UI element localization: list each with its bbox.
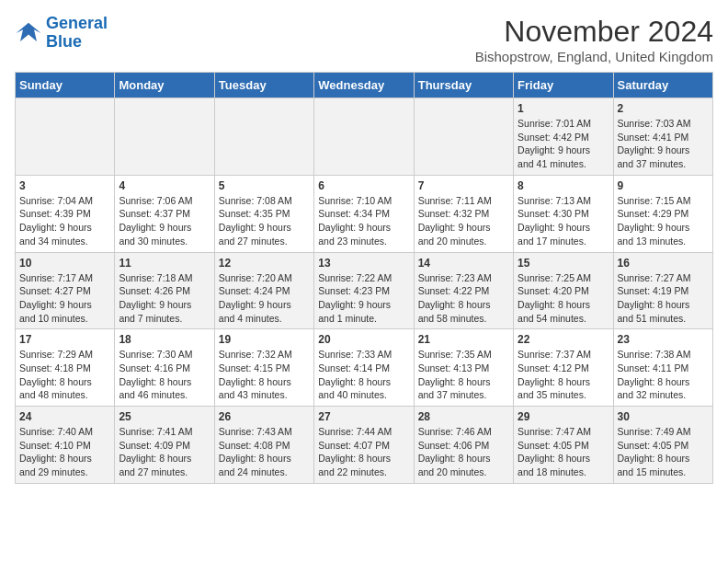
day-number: 18 [119,333,210,346]
day-info: Sunrise: 7:25 AM Sunset: 4:20 PM Dayligh… [518,271,609,326]
calendar-cell: 23Sunrise: 7:38 AM Sunset: 4:11 PM Dayli… [613,329,712,407]
logo-line1: General [46,14,108,32]
day-number: 2 [618,102,709,115]
day-number: 28 [418,410,509,423]
calendar-cell: 20Sunrise: 7:33 AM Sunset: 4:14 PM Dayli… [314,329,414,407]
calendar-cell: 18Sunrise: 7:30 AM Sunset: 4:16 PM Dayli… [115,329,214,407]
calendar-cell: 3Sunrise: 7:04 AM Sunset: 4:39 PM Daylig… [16,175,115,252]
calendar-cell: 2Sunrise: 7:03 AM Sunset: 4:41 PM Daylig… [613,98,712,176]
day-info: Sunrise: 7:03 AM Sunset: 4:41 PM Dayligh… [618,117,709,171]
day-info: Sunrise: 7:29 AM Sunset: 4:18 PM Dayligh… [19,348,110,402]
day-number: 9 [618,179,709,192]
logo-text: General Blue [46,15,108,52]
calendar-cell: 12Sunrise: 7:20 AM Sunset: 4:24 PM Dayli… [214,252,313,329]
day-number: 7 [418,179,509,192]
day-number: 1 [518,102,609,115]
day-number: 4 [119,179,210,192]
calendar-cell: 21Sunrise: 7:35 AM Sunset: 4:13 PM Dayli… [414,329,513,407]
weekday-header: Saturday [613,73,712,98]
day-info: Sunrise: 7:22 AM Sunset: 4:23 PM Dayligh… [318,271,409,326]
day-number: 3 [19,179,110,192]
weekday-header: Wednesday [314,73,414,98]
day-info: Sunrise: 7:15 AM Sunset: 4:29 PM Dayligh… [618,194,709,248]
calendar-cell: 24Sunrise: 7:40 AM Sunset: 4:10 PM Dayli… [16,407,115,484]
calendar-cell: 7Sunrise: 7:11 AM Sunset: 4:32 PM Daylig… [414,175,513,252]
day-info: Sunrise: 7:32 AM Sunset: 4:15 PM Dayligh… [219,348,310,402]
logo: General Blue [15,15,108,52]
calendar-table: SundayMondayTuesdayWednesdayThursdayFrid… [15,72,713,484]
calendar-week-row: 1Sunrise: 7:01 AM Sunset: 4:42 PM Daylig… [16,98,713,176]
logo-icon [15,19,42,47]
day-info: Sunrise: 7:06 AM Sunset: 4:37 PM Dayligh… [119,194,210,248]
calendar-cell [214,98,313,176]
logo-line2: Blue [46,32,82,51]
calendar-cell: 14Sunrise: 7:23 AM Sunset: 4:22 PM Dayli… [414,252,513,329]
day-number: 25 [119,410,210,423]
calendar-cell [414,98,513,176]
day-number: 26 [219,410,310,423]
calendar-cell: 8Sunrise: 7:13 AM Sunset: 4:30 PM Daylig… [514,175,613,252]
calendar-cell [314,98,414,176]
calendar-week-row: 3Sunrise: 7:04 AM Sunset: 4:39 PM Daylig… [16,175,713,252]
day-info: Sunrise: 7:38 AM Sunset: 4:11 PM Dayligh… [618,348,709,402]
day-info: Sunrise: 7:40 AM Sunset: 4:10 PM Dayligh… [19,425,110,479]
day-info: Sunrise: 7:08 AM Sunset: 4:35 PM Dayligh… [219,194,310,248]
day-info: Sunrise: 7:04 AM Sunset: 4:39 PM Dayligh… [19,194,110,248]
calendar-cell: 5Sunrise: 7:08 AM Sunset: 4:35 PM Daylig… [214,175,313,252]
day-number: 15 [518,257,609,270]
calendar-header: SundayMondayTuesdayWednesdayThursdayFrid… [16,73,713,98]
day-info: Sunrise: 7:41 AM Sunset: 4:09 PM Dayligh… [119,425,210,479]
day-number: 30 [618,410,709,423]
day-info: Sunrise: 7:35 AM Sunset: 4:13 PM Dayligh… [418,348,509,402]
day-number: 5 [219,179,310,192]
day-info: Sunrise: 7:44 AM Sunset: 4:07 PM Dayligh… [318,425,409,479]
day-number: 22 [518,333,609,346]
calendar-week-row: 17Sunrise: 7:29 AM Sunset: 4:18 PM Dayli… [16,329,713,407]
day-info: Sunrise: 7:01 AM Sunset: 4:42 PM Dayligh… [518,117,609,171]
calendar-cell: 26Sunrise: 7:43 AM Sunset: 4:08 PM Dayli… [214,407,313,484]
calendar-cell: 16Sunrise: 7:27 AM Sunset: 4:19 PM Dayli… [613,252,712,329]
day-number: 6 [318,179,409,192]
day-info: Sunrise: 7:18 AM Sunset: 4:26 PM Dayligh… [119,271,210,326]
day-info: Sunrise: 7:49 AM Sunset: 4:05 PM Dayligh… [618,425,709,479]
weekday-header: Monday [115,73,214,98]
day-info: Sunrise: 7:37 AM Sunset: 4:12 PM Dayligh… [518,348,609,402]
day-info: Sunrise: 7:47 AM Sunset: 4:05 PM Dayligh… [518,425,609,479]
calendar-cell: 10Sunrise: 7:17 AM Sunset: 4:27 PM Dayli… [16,252,115,329]
day-number: 24 [19,410,110,423]
svg-marker-0 [17,23,41,41]
calendar-cell: 15Sunrise: 7:25 AM Sunset: 4:20 PM Dayli… [514,252,613,329]
calendar-week-row: 10Sunrise: 7:17 AM Sunset: 4:27 PM Dayli… [16,252,713,329]
calendar-cell: 27Sunrise: 7:44 AM Sunset: 4:07 PM Dayli… [314,407,414,484]
day-info: Sunrise: 7:10 AM Sunset: 4:34 PM Dayligh… [318,194,409,248]
day-number: 16 [618,257,709,270]
day-number: 27 [318,410,409,423]
calendar-cell: 19Sunrise: 7:32 AM Sunset: 4:15 PM Dayli… [214,329,313,407]
calendar-cell [16,98,115,176]
day-info: Sunrise: 7:13 AM Sunset: 4:30 PM Dayligh… [518,194,609,248]
day-number: 8 [518,179,609,192]
calendar-cell: 6Sunrise: 7:10 AM Sunset: 4:34 PM Daylig… [314,175,414,252]
day-number: 17 [19,333,110,346]
month-title: November 2024 [475,15,713,49]
weekday-header: Tuesday [214,73,313,98]
calendar-cell [115,98,214,176]
day-number: 21 [418,333,509,346]
day-number: 29 [518,410,609,423]
calendar-cell: 9Sunrise: 7:15 AM Sunset: 4:29 PM Daylig… [613,175,712,252]
day-info: Sunrise: 7:27 AM Sunset: 4:19 PM Dayligh… [618,271,709,326]
day-number: 13 [318,257,409,270]
day-info: Sunrise: 7:11 AM Sunset: 4:32 PM Dayligh… [418,194,509,248]
calendar-body: 1Sunrise: 7:01 AM Sunset: 4:42 PM Daylig… [16,98,713,484]
calendar-cell: 30Sunrise: 7:49 AM Sunset: 4:05 PM Dayli… [613,407,712,484]
header-row: SundayMondayTuesdayWednesdayThursdayFrid… [16,73,713,98]
day-info: Sunrise: 7:17 AM Sunset: 4:27 PM Dayligh… [19,271,110,326]
calendar-cell: 25Sunrise: 7:41 AM Sunset: 4:09 PM Dayli… [115,407,214,484]
title-block: November 2024 Bishopstrow, England, Unit… [475,15,713,64]
calendar-cell: 13Sunrise: 7:22 AM Sunset: 4:23 PM Dayli… [314,252,414,329]
weekday-header: Thursday [414,73,513,98]
calendar-cell: 22Sunrise: 7:37 AM Sunset: 4:12 PM Dayli… [514,329,613,407]
weekday-header: Friday [514,73,613,98]
calendar-cell: 17Sunrise: 7:29 AM Sunset: 4:18 PM Dayli… [16,329,115,407]
day-info: Sunrise: 7:30 AM Sunset: 4:16 PM Dayligh… [119,348,210,402]
